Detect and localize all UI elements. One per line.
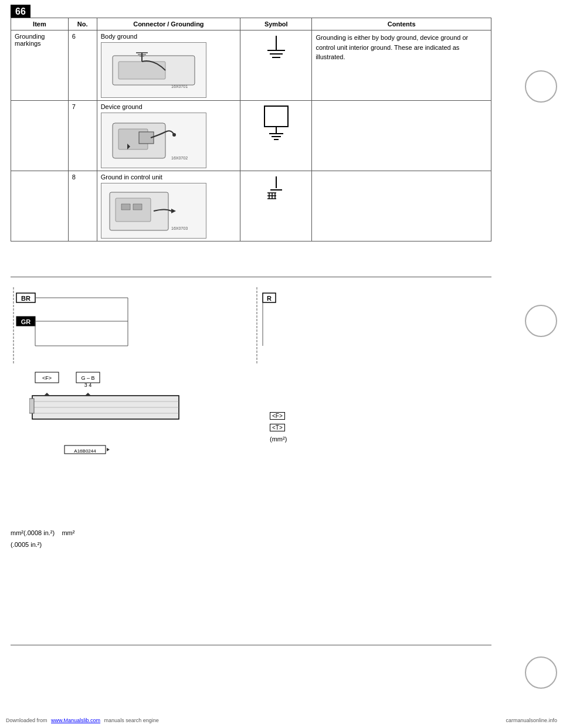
svg-marker-61 (85, 393, 91, 396)
page-number: 66 (11, 5, 30, 19)
table-row: 7 Device ground 16X0702 (11, 101, 491, 171)
footer-right: carmanualsonline.info (506, 717, 557, 723)
decoration-circle-1 (525, 70, 557, 103)
bottom-line-1: mm²(.0008 in.²) mm² (11, 528, 521, 539)
col-header-connector: Connector / Grounding (97, 18, 240, 30)
item-blank-2 (11, 101, 69, 171)
col-header-contents: Contents (312, 18, 491, 30)
main-table: Item No. Connector / Grounding Symbol Co… (11, 18, 491, 241)
svg-text:<F>: <F> (42, 375, 52, 381)
connector-t-label: <T> (270, 422, 287, 434)
svg-rect-59 (29, 399, 34, 413)
control-ground-symbol-svg (262, 174, 291, 209)
symbol-body-ground (240, 30, 312, 101)
svg-marker-64 (107, 448, 110, 451)
wire-diagram-svg: BR R GR (11, 287, 362, 363)
mm2-label: (mm²) (270, 434, 287, 445)
connector-device-ground: Device ground 16X0702 (97, 101, 240, 171)
row-no: 6 (68, 30, 97, 101)
svg-rect-25 (133, 204, 142, 210)
item-label: Grounding markings (11, 30, 69, 101)
wire-connector-area: <F> G – B 3 4 A16B0244 (29, 369, 194, 476)
svg-point-14 (172, 133, 176, 137)
bottom-text-area: mm²(.0008 in.²) mm² (.0005 in.²) (11, 528, 521, 551)
bottom-line-2: (.0005 in.²) (11, 539, 521, 551)
connector-wiring-svg: <F> G – B 3 4 A16B0244 (29, 369, 194, 475)
col-header-symbol: Symbol (240, 18, 312, 30)
svg-rect-17 (264, 106, 288, 127)
connector-label-7: Device ground (101, 103, 236, 110)
connector-label-8: Ground in control unit (101, 174, 236, 181)
body-ground-symbol-svg (262, 33, 291, 68)
contents-blank-2 (312, 101, 491, 171)
svg-text:16X0701: 16X0701 (171, 84, 188, 89)
table-row: 8 Ground in control unit 16X0703 (11, 171, 491, 241)
table-row: Grounding markings 6 Body ground (11, 30, 491, 101)
svg-text:16X0703: 16X0703 (171, 226, 188, 230)
symbol-device-ground (240, 101, 312, 171)
svg-text:BR: BR (21, 295, 30, 302)
svg-text:G – B: G – B (81, 375, 94, 381)
svg-marker-26 (171, 209, 176, 213)
wire-right-text: <F> <T> (mm²) (270, 410, 287, 445)
footer-url[interactable]: www.Manualslib.com (51, 717, 100, 723)
footer: Downloaded from www.Manualslib.com manua… (0, 717, 563, 723)
device-ground-symbol-svg (259, 103, 294, 144)
wire-labels-area: BR R GR (11, 287, 362, 365)
connector-body-ground: Body ground 16X0701 (97, 30, 240, 101)
item-blank-3 (11, 171, 69, 241)
device-ground-svg: 16X0702 (107, 117, 201, 164)
svg-text:16X0702: 16X0702 (171, 156, 188, 160)
diagram-7: 16X0702 (101, 113, 206, 168)
diagram-6: 16X0701 (101, 42, 206, 98)
col-header-no: No. (68, 18, 97, 30)
connector-control-unit: Ground in control unit 16X0703 (97, 171, 240, 241)
control-unit-svg: 16X0703 (107, 188, 201, 234)
contents-grounding: Grounding is either by body ground, devi… (312, 30, 491, 101)
footer-left: Downloaded from www.Manualslib.com manua… (6, 717, 159, 723)
svg-marker-60 (44, 393, 50, 396)
diagram-8: 16X0703 (101, 183, 206, 239)
section-divider-1 (11, 277, 491, 277)
decoration-circle-2 (525, 305, 557, 337)
connector-label-6: Body ground (101, 33, 236, 40)
decoration-circle-3 (525, 656, 557, 689)
connector-f-label: <F> (270, 410, 287, 422)
svg-text:A16B0244: A16B0244 (74, 448, 96, 454)
body-ground-svg: 16X0701 (107, 47, 201, 94)
svg-text:3  4: 3 4 (84, 382, 92, 388)
col-header-item: Item (11, 18, 69, 30)
svg-text:R: R (267, 295, 272, 302)
row-no-8: 8 (68, 171, 97, 241)
row-no-7: 7 (68, 101, 97, 171)
svg-rect-24 (121, 204, 130, 210)
contents-blank-3 (312, 171, 491, 241)
svg-text:GR: GR (21, 318, 31, 325)
symbol-control-unit-ground (240, 171, 312, 241)
section-divider-2 (11, 645, 491, 645)
